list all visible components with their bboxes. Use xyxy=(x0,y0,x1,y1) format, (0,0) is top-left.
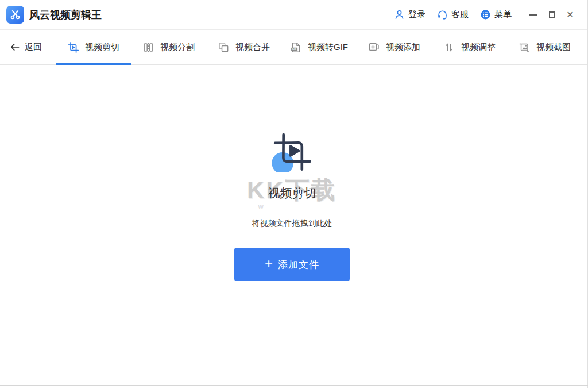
tab-bar: 视频剪切 视频分割 xyxy=(56,30,582,64)
minimize-icon xyxy=(529,14,537,16)
snapshot-icon xyxy=(519,41,531,53)
tab-label: 视频剪切 xyxy=(85,42,119,53)
back-arrow-icon xyxy=(9,41,21,53)
tab-video-adjust[interactable]: 视频调整 xyxy=(432,30,507,64)
tab-video-merge[interactable]: 视频合并 xyxy=(206,30,281,64)
navbar: 返回 视频剪切 xyxy=(0,30,587,65)
login-label: 登录 xyxy=(408,9,425,20)
maximize-button[interactable] xyxy=(543,6,561,24)
svg-text:GIF: GIF xyxy=(292,48,297,51)
menu-label: 菜单 xyxy=(494,9,512,20)
add-file-button[interactable]: + 添加文件 xyxy=(234,248,350,281)
split-icon xyxy=(142,41,154,53)
tab-label: 视频添加 xyxy=(386,42,420,53)
titlebar: 风云视频剪辑王 登录 xyxy=(0,0,587,30)
customer-service-label: 客服 xyxy=(451,9,469,20)
minimize-button[interactable] xyxy=(524,6,543,24)
sort-arrows-icon xyxy=(443,41,455,53)
tab-video-cut[interactable]: 视频剪切 xyxy=(56,30,131,64)
app-window: 风云视频剪辑王 登录 xyxy=(0,0,588,388)
crop-play-icon xyxy=(67,41,79,53)
dropzone-subtitle: 将视频文件拖拽到此处 xyxy=(252,218,332,229)
tab-video-split[interactable]: 视频分割 xyxy=(131,30,206,64)
window-bottom-border xyxy=(0,385,588,386)
dropzone-title: 视频剪切 xyxy=(268,185,316,201)
tab-label: 视频截图 xyxy=(536,42,571,53)
add-square-icon xyxy=(368,41,380,53)
login-button[interactable]: 登录 xyxy=(394,9,425,20)
menu-list-icon xyxy=(480,9,491,20)
back-label: 返回 xyxy=(25,42,42,53)
site-watermark-fragment: w xyxy=(258,202,264,210)
customer-service-button[interactable]: 客服 xyxy=(437,9,469,20)
drop-zone[interactable]: KK下载 w 视频剪切 将视频文件拖拽到此处 + 添加文件 xyxy=(0,65,587,388)
close-icon: ✕ xyxy=(566,10,574,20)
tab-video-snapshot[interactable]: 视频截图 xyxy=(507,30,582,64)
plus-icon: + xyxy=(265,257,273,271)
close-button[interactable]: ✕ xyxy=(561,6,579,24)
tab-label: 视频分割 xyxy=(160,42,195,53)
tab-label: 视频合并 xyxy=(235,42,270,53)
window-controls: ✕ xyxy=(524,6,579,24)
video-crop-play-icon xyxy=(272,131,313,172)
menu-button[interactable]: 菜单 xyxy=(480,9,512,20)
scissors-icon xyxy=(9,9,21,21)
add-file-label: 添加文件 xyxy=(278,258,319,271)
maximize-icon xyxy=(549,11,555,18)
tab-label: 视频调整 xyxy=(461,42,496,53)
headset-icon xyxy=(437,9,448,20)
user-icon xyxy=(394,9,405,20)
gif-file-icon: GIF xyxy=(290,41,302,53)
app-logo xyxy=(6,6,24,24)
tab-video-add[interactable]: 视频添加 xyxy=(357,30,432,64)
back-button[interactable]: 返回 xyxy=(9,30,47,64)
app-title: 风云视频剪辑王 xyxy=(29,8,102,22)
merge-icon xyxy=(218,41,230,53)
tab-video-to-gif[interactable]: GIF 视频转GIF xyxy=(281,30,357,64)
tab-label: 视频转GIF xyxy=(308,42,348,53)
